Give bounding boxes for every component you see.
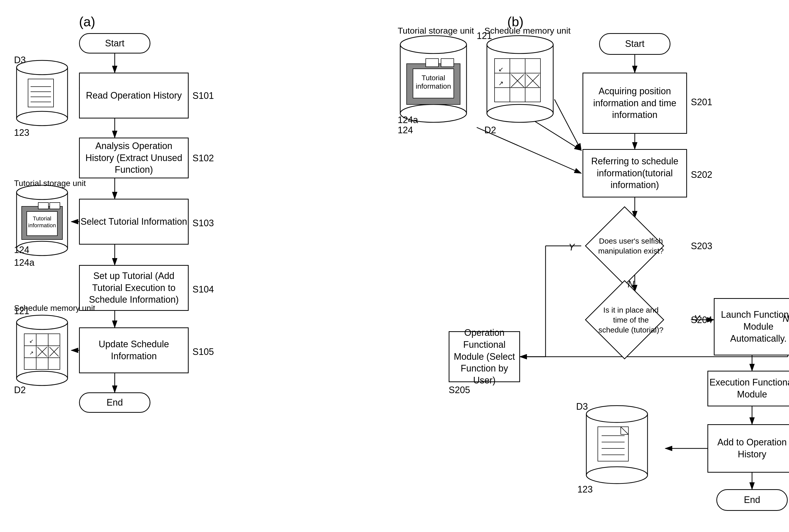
- label-123-a: 123: [14, 127, 29, 138]
- label-d3-a: D3: [14, 55, 26, 65]
- diagram-container: (a) (b) Start Read Operation History S10…: [0, 0, 789, 532]
- svg-point-47: [17, 371, 68, 385]
- step-s201: Acquiring position information and time …: [583, 73, 687, 134]
- label-tutorial-storage-b: Tutorial storage unit: [398, 25, 474, 36]
- step-s104: Set up Tutorial (Add Tutorial Execution …: [79, 265, 189, 311]
- start-b: Start: [599, 33, 671, 55]
- step-s202-label: S202: [691, 169, 712, 180]
- section-a-label: (a): [79, 14, 95, 29]
- start-a: Start: [79, 33, 150, 54]
- step-s206: Launch Functional Module Automatically.: [714, 298, 789, 356]
- svg-rect-40: [38, 203, 49, 209]
- svg-point-46: [17, 315, 68, 329]
- label-124a-a: 124a: [14, 257, 34, 268]
- label-124-a: 124: [14, 245, 29, 255]
- y-label-s203: Y: [568, 242, 575, 253]
- step-s208: Add to Operation History: [708, 424, 789, 473]
- svg-text:information: information: [28, 222, 56, 229]
- n-label-s204: N: [783, 314, 789, 324]
- step-s101-label: S101: [192, 91, 214, 101]
- step-s103-label: S103: [192, 218, 214, 229]
- svg-text:↗: ↗: [498, 80, 503, 87]
- label-schedule-memory-b: Schedule memory unit: [484, 25, 570, 36]
- label-121-b: 121: [477, 31, 492, 41]
- step-s102: Analysis Operation History (Extract Unus…: [79, 138, 189, 178]
- svg-rect-64: [441, 59, 454, 67]
- svg-text:↗: ↗: [29, 350, 34, 356]
- svg-point-69: [487, 36, 553, 54]
- step-s104-label: S104: [192, 284, 214, 295]
- diamond-s204-container: Is it in place and time of the schedule …: [597, 292, 665, 348]
- end-b: End: [716, 489, 788, 511]
- cylinder-schedule-a: ↙ ↗: [14, 314, 70, 387]
- step-s205: Operation Functional Module (Select Func…: [449, 331, 520, 382]
- svg-line-25: [554, 99, 581, 150]
- step-s103: Select Tutorial Information: [79, 199, 189, 245]
- svg-text:Tutorial: Tutorial: [33, 215, 52, 222]
- step-s202: Referring to schedule information(tutori…: [583, 149, 687, 197]
- cylinder-d3-b: [584, 403, 650, 484]
- svg-text:information: information: [416, 82, 451, 90]
- y-label-s204: Y: [694, 314, 700, 324]
- svg-rect-31: [28, 79, 54, 107]
- svg-text:↙: ↙: [29, 338, 34, 344]
- label-121-a: 121: [14, 306, 29, 317]
- diamond-s203-container: Does user's selfish manipulation exist?: [597, 218, 665, 274]
- end-a: End: [79, 392, 150, 413]
- svg-point-83: [586, 406, 647, 422]
- label-tutorial-storage-a: Tutorial storage unit: [14, 178, 86, 188]
- svg-point-30: [17, 111, 68, 126]
- svg-rect-85: [598, 427, 628, 461]
- label-124-b: 124: [398, 125, 413, 136]
- n-label-s203: N: [628, 279, 634, 290]
- step-s101: Read Operation History: [79, 73, 189, 118]
- label-d2-b: D2: [484, 125, 496, 136]
- svg-text:Tutorial: Tutorial: [422, 74, 445, 82]
- step-s207: Execution Functional Module: [708, 371, 789, 406]
- step-s105: Update Schedule Information: [79, 327, 189, 373]
- cylinder-tutorial-b: Tutorial information: [398, 33, 469, 125]
- cylinder-d3-a: [14, 59, 70, 127]
- label-d3-b: D3: [576, 401, 588, 412]
- label-d2-a: D2: [14, 385, 26, 395]
- label-123-b: 123: [577, 484, 593, 495]
- step-s201-label: S201: [691, 97, 712, 108]
- svg-point-70: [487, 104, 553, 122]
- step-s102-label: S102: [192, 153, 214, 164]
- step-s205-label: S205: [449, 385, 470, 395]
- svg-rect-63: [426, 59, 439, 67]
- svg-rect-41: [50, 203, 60, 209]
- svg-text:↙: ↙: [498, 66, 503, 73]
- svg-point-84: [586, 467, 647, 483]
- label-124a-b: 124a: [398, 115, 418, 125]
- svg-point-60: [400, 36, 466, 54]
- step-s105-label: S105: [192, 346, 214, 357]
- step-s203-label: S203: [691, 241, 712, 251]
- cylinder-schedule-b: ↙ ↗: [484, 33, 556, 125]
